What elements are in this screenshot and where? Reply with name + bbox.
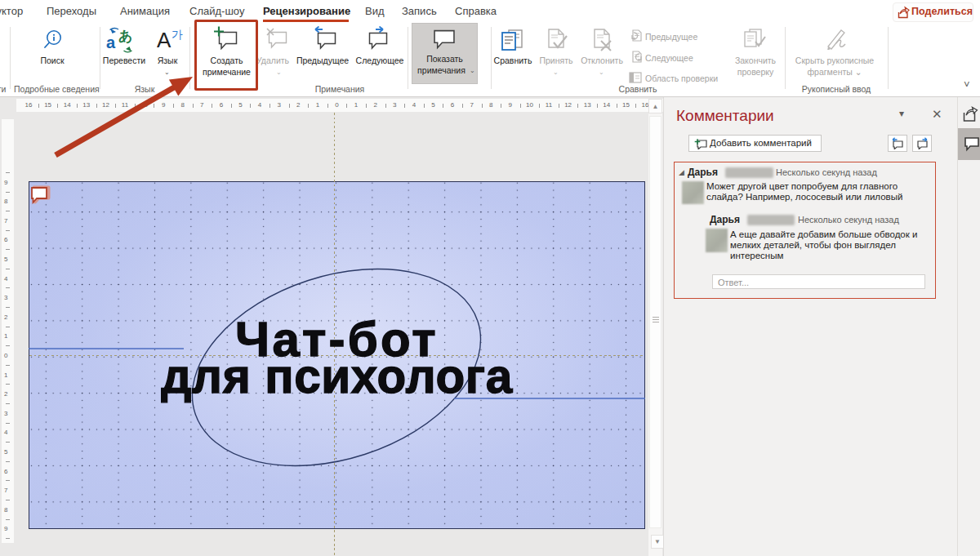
svg-text:あ: あ — [118, 29, 132, 44]
svg-text:A: A — [157, 28, 172, 51]
svg-text:а: а — [106, 33, 116, 51]
svg-text:가: 가 — [172, 28, 183, 41]
